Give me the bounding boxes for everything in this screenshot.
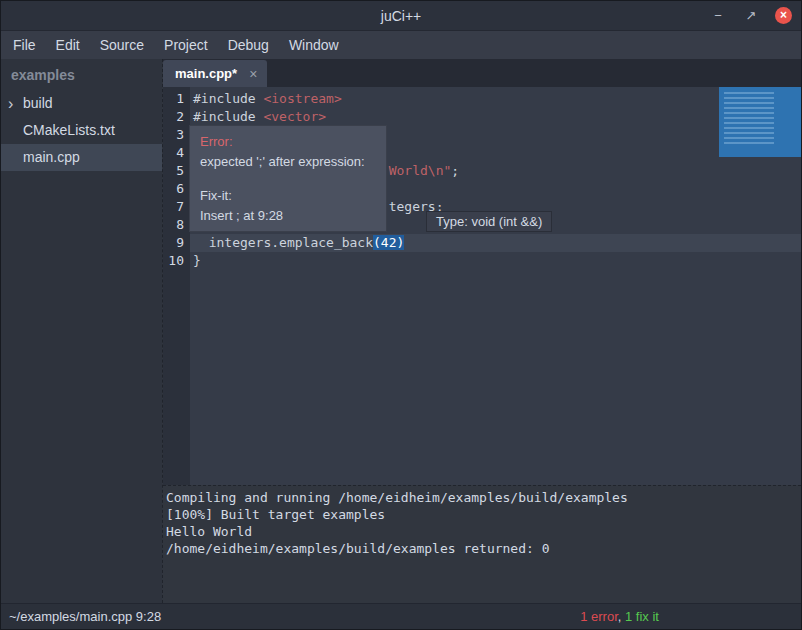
menu-project[interactable]: Project xyxy=(154,33,218,57)
tab-label: main.cpp* xyxy=(175,66,237,81)
tab-maincpp[interactable]: main.cpp* × xyxy=(163,60,267,87)
project-name-header: examples xyxy=(1,59,162,90)
tree-item-label: build xyxy=(23,95,53,111)
tooltip-fixit-text: Insert ; at 9:28 xyxy=(200,206,376,226)
body: examples › build CMakeLists.txt main.cpp… xyxy=(1,59,801,603)
code-segment: } xyxy=(193,253,201,268)
tree-item-label: main.cpp xyxy=(23,149,80,165)
minimap-code-lines xyxy=(724,92,774,144)
line-number: 8 xyxy=(163,216,190,234)
line-number: 3 xyxy=(163,126,190,144)
code-line[interactable]: 10} xyxy=(163,252,801,270)
menu-debug[interactable]: Debug xyxy=(218,33,279,57)
app-window: juCi++ − ↗ × File Edit Source Project De… xyxy=(0,0,802,630)
line-number: 7 xyxy=(163,198,190,216)
code-segment: <vector> xyxy=(263,109,326,124)
code-line[interactable]: 9 integers.emplace_back(42) xyxy=(163,234,801,252)
statusbar: ~/examples/main.cpp 9:28 1 error, 1 fix … xyxy=(1,603,801,629)
sidebar-item-cmakelists[interactable]: CMakeLists.txt xyxy=(1,117,162,144)
code-line[interactable]: 2#include <vector> xyxy=(163,108,801,126)
terminal-line: /home/eidheim/examples/build/examples re… xyxy=(166,540,801,557)
tooltip-error-message: expected ';' after expression: xyxy=(200,152,376,172)
code-line-content: #include <vector> xyxy=(190,108,326,126)
sidebar-item-build[interactable]: › build xyxy=(1,90,162,117)
line-number: 5 xyxy=(163,162,190,180)
tab-close-icon[interactable]: × xyxy=(249,66,257,82)
status-error-count: 1 error xyxy=(580,609,618,624)
minimize-button[interactable]: − xyxy=(709,7,727,25)
status-separator: , xyxy=(618,609,625,624)
terminal-line: [100%] Built target examples xyxy=(166,506,801,523)
error-fixit-tooltip: Error: expected ';' after expression: Fi… xyxy=(189,125,387,232)
line-number: 4 xyxy=(163,144,190,162)
menu-window[interactable]: Window xyxy=(279,33,349,57)
status-fixit-count: 1 fix it xyxy=(625,609,659,624)
line-number: 6 xyxy=(163,180,190,198)
code-segment: integers.emplace_back xyxy=(193,235,373,250)
type-tooltip: Type: void (int &&) xyxy=(426,211,552,232)
terminal-output: Compiling and running /home/eidheim/exam… xyxy=(166,489,801,557)
tooltip-fixit-label: Fix-it: xyxy=(200,186,376,206)
menu-file[interactable]: File xyxy=(3,33,46,57)
tooltip-spacer xyxy=(200,172,376,186)
line-number: 9 xyxy=(163,234,190,252)
tree-item-label: CMakeLists.txt xyxy=(23,122,115,138)
tabbar: main.cpp* × xyxy=(163,59,801,87)
code-segment: #include xyxy=(193,91,263,106)
terminal-line: Hello World xyxy=(166,523,801,540)
code-segment: World\n" xyxy=(389,163,452,178)
code-line[interactable]: 1#include <iostream> xyxy=(163,90,801,108)
terminal-line: Compiling and running /home/eidheim/exam… xyxy=(166,489,801,506)
status-file-location: ~/examples/main.cpp 9:28 xyxy=(9,609,161,624)
code-segment: <iostream> xyxy=(263,91,341,106)
line-number: 2 xyxy=(163,108,190,126)
code-segment: ; xyxy=(451,163,459,178)
code-line-content: #include <iostream> xyxy=(190,90,342,108)
sidebar-item-maincpp[interactable]: main.cpp xyxy=(1,144,162,171)
tooltip-error-title: Error: xyxy=(200,132,376,152)
menubar: File Edit Source Project Debug Window xyxy=(1,31,801,59)
line-number: 1 xyxy=(163,90,190,108)
code-segment: (42) xyxy=(373,235,404,250)
maximize-button[interactable]: ↗ xyxy=(742,7,760,25)
code-line-content: } xyxy=(190,252,201,270)
line-number: 10 xyxy=(163,252,190,270)
menu-edit[interactable]: Edit xyxy=(46,33,90,57)
chevron-right-icon: › xyxy=(8,90,13,117)
file-tree-sidebar: examples › build CMakeLists.txt main.cpp xyxy=(1,59,162,603)
code-line-content: integers.emplace_back(42) xyxy=(190,234,404,252)
menu-source[interactable]: Source xyxy=(90,33,154,57)
status-diagnostics: 1 error, 1 fix it xyxy=(580,609,659,624)
close-button[interactable]: × xyxy=(775,7,792,24)
main-column: main.cpp* × 1#include <iostream>2#includ… xyxy=(163,59,801,603)
code-segment: #include xyxy=(193,109,263,124)
editor[interactable]: 1#include <iostream>2#include <vector>34… xyxy=(163,87,801,485)
window-controls: − ↗ × xyxy=(709,1,792,30)
minimap[interactable] xyxy=(719,87,801,157)
titlebar: juCi++ − ↗ × xyxy=(1,1,801,31)
window-title: juCi++ xyxy=(381,8,421,24)
terminal-panel[interactable]: Compiling and running /home/eidheim/exam… xyxy=(163,486,801,603)
